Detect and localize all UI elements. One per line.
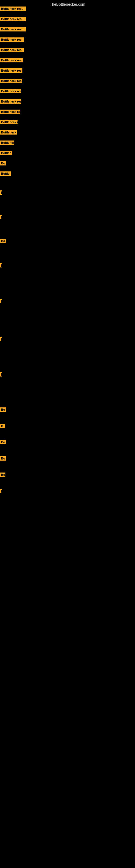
bar-label-26: B xyxy=(0,424,5,428)
bar-label-15: Bottlen xyxy=(0,151,12,155)
bar-label-29: Bot xyxy=(0,472,5,477)
bar-row-15: Bottlen xyxy=(0,150,12,156)
bar-label-5: Bottleneck res xyxy=(0,48,24,52)
bar-row-8: Bottleneck res xyxy=(0,78,26,84)
bar-label-27: Bo xyxy=(0,440,6,444)
bar-label-12: Bottleneck r xyxy=(0,120,17,124)
bar-label-3: Bottleneck resu xyxy=(0,27,26,31)
bar-row-1: Bottleneck resu xyxy=(0,6,35,11)
bar-label-28: Bo xyxy=(0,456,6,461)
bar-label-16: Bo xyxy=(0,161,6,165)
bar-row-30: | xyxy=(0,488,2,494)
bar-label-6: Bottleneck res xyxy=(0,58,23,62)
bar-label-14: Bottleneck d xyxy=(0,141,14,145)
bar-label-18: | xyxy=(0,190,2,195)
bar-label-1: Bottleneck resu xyxy=(0,6,26,11)
bar-row-6: Bottleneck res xyxy=(0,58,27,63)
bar-label-9: Bottleneck res xyxy=(0,89,21,93)
bar-label-22: | xyxy=(0,299,2,303)
bar-row-17: Bottle xyxy=(0,171,11,176)
bar-label-24: | xyxy=(0,372,2,376)
bar-row-22: | xyxy=(0,299,2,304)
bar-row-12: Bottleneck r xyxy=(0,119,19,125)
bar-label-25: Bo xyxy=(0,407,6,412)
bar-row-28: Bo xyxy=(0,456,6,461)
bar-row-13: Bottleneck r xyxy=(0,130,18,135)
bar-row-4: Bottleneck res xyxy=(0,37,28,42)
bar-row-16: Bo xyxy=(0,161,6,166)
bar-row-11: Bottleneck re xyxy=(0,109,24,115)
bar-row-10: Bottleneck res xyxy=(0,99,25,104)
bar-label-4: Bottleneck res xyxy=(0,37,24,42)
bar-row-24: | xyxy=(0,372,2,377)
bar-label-19: | xyxy=(0,215,2,219)
bar-row-20: Bo xyxy=(0,238,6,244)
bar-row-9: Bottleneck res xyxy=(0,88,26,94)
bar-row-25: Bo xyxy=(0,407,6,412)
bar-row-7: Bottleneck res xyxy=(0,68,27,73)
bar-row-3: Bottleneck resu xyxy=(0,27,29,32)
bar-row-18: | xyxy=(0,190,2,195)
bar-label-20: Bo xyxy=(0,239,6,243)
bar-label-2: Bottleneck resu xyxy=(0,17,26,21)
bar-row-14: Bottleneck d xyxy=(0,140,14,145)
bar-label-10: Bottleneck res xyxy=(0,99,21,104)
bar-row-23: | xyxy=(0,336,2,342)
bar-label-23: | xyxy=(0,337,2,341)
bar-row-2: Bottleneck resu xyxy=(0,16,29,22)
bar-label-8: Bottleneck res xyxy=(0,79,22,83)
bar-label-21: | xyxy=(0,263,2,268)
bar-row-26: B xyxy=(0,423,5,429)
bar-row-29: Bot xyxy=(0,472,5,477)
bar-label-17: Bottle xyxy=(0,172,11,176)
bar-label-7: Bottleneck res xyxy=(0,68,22,73)
bar-row-21: | xyxy=(0,262,2,268)
bar-row-27: Bo xyxy=(0,439,6,445)
bar-label-30: | xyxy=(0,489,2,493)
bar-row-5: Bottleneck res xyxy=(0,47,28,53)
bar-label-13: Bottleneck r xyxy=(0,130,17,134)
bar-row-19: | xyxy=(0,214,2,220)
bar-label-11: Bottleneck re xyxy=(0,110,20,114)
